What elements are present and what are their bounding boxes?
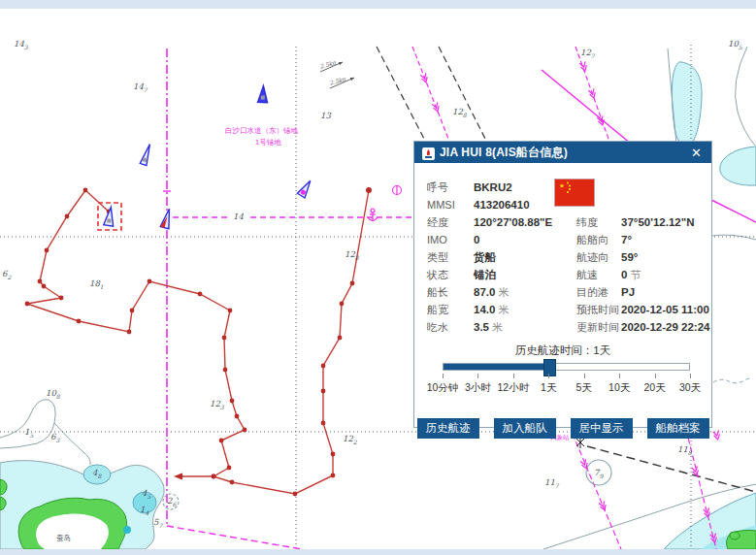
field-label: 状态 bbox=[427, 268, 474, 282]
track-point[interactable] bbox=[222, 336, 227, 341]
chart-dashed-line bbox=[439, 47, 485, 139]
field-label: 目的港 bbox=[576, 285, 621, 300]
ship-triangle[interactable] bbox=[140, 143, 152, 165]
depth-contour bbox=[713, 378, 752, 383]
track-point[interactable] bbox=[230, 480, 235, 485]
depth-sounding: 79 bbox=[594, 468, 604, 479]
chart-dashed-line bbox=[377, 47, 424, 139]
field-value: PJ bbox=[621, 286, 709, 298]
history-track-button[interactable]: 历史航迹 bbox=[417, 418, 479, 439]
depth-sounding: 57 bbox=[153, 517, 163, 529]
track-point[interactable] bbox=[148, 279, 152, 284]
field-label: IMO bbox=[427, 234, 474, 245]
track-point[interactable] bbox=[38, 279, 43, 284]
ais-ship-icon[interactable] bbox=[104, 207, 116, 226]
ship-archive-button[interactable]: 船舶档案 bbox=[647, 418, 709, 439]
depth-sounding: 118 bbox=[677, 444, 693, 456]
field-label: 航迹向 bbox=[576, 250, 621, 265]
depth-sounding: 181 bbox=[89, 278, 104, 290]
track-point[interactable] bbox=[350, 281, 355, 286]
slider-tick-label: 5天 bbox=[576, 381, 592, 395]
slider-tick-label: 10天 bbox=[608, 381, 630, 395]
track-point[interactable] bbox=[331, 473, 336, 478]
chart-dashed-line bbox=[587, 446, 756, 492]
ais-ship-icon[interactable] bbox=[297, 179, 313, 198]
field-value: 87.0米 bbox=[474, 285, 576, 300]
depth-pool bbox=[730, 532, 740, 539]
ship-triangle[interactable] bbox=[104, 207, 116, 226]
depth-sounding: 62 bbox=[2, 269, 12, 280]
ship-triangle[interactable] bbox=[297, 179, 313, 198]
current-speed-label: 2.5kn bbox=[318, 58, 336, 69]
track-point[interactable] bbox=[212, 474, 216, 479]
track-point[interactable] bbox=[293, 492, 298, 497]
join-fleet-button[interactable]: 加入船队 bbox=[494, 418, 556, 439]
field-value: 2020-12-29 22:24 bbox=[621, 321, 709, 333]
track-point[interactable] bbox=[25, 302, 30, 307]
depth-sounding: 14 bbox=[233, 212, 244, 221]
ais-ship-icon[interactable] bbox=[160, 208, 174, 229]
dialog-header[interactable]: JIA HUI 8(AIS船台信息) ✕ bbox=[414, 142, 711, 163]
track-point[interactable] bbox=[340, 302, 345, 307]
track-point[interactable] bbox=[83, 188, 88, 193]
close-icon[interactable]: ✕ bbox=[689, 147, 704, 159]
center-display-button[interactable]: 居中显示 bbox=[571, 418, 633, 439]
track-point[interactable] bbox=[227, 466, 232, 471]
fairway-line bbox=[575, 47, 608, 139]
slider-track[interactable] bbox=[443, 363, 690, 371]
track-point[interactable] bbox=[198, 292, 203, 297]
current-speed-label: 2.5kn bbox=[328, 75, 345, 85]
chart-text-label: 1号锚地 bbox=[255, 138, 281, 147]
track-point[interactable] bbox=[42, 284, 47, 289]
ship-track-line[interactable] bbox=[214, 190, 369, 494]
dialog-title: JIA HUI 8(AIS船台信息) bbox=[440, 145, 689, 161]
track-point[interactable] bbox=[130, 309, 135, 313]
depth-pool bbox=[123, 526, 131, 534]
ais-ship-icon[interactable] bbox=[140, 143, 152, 165]
track-point[interactable] bbox=[321, 389, 326, 394]
slider-tick-label: 10分钟 bbox=[427, 381, 459, 395]
ais-ship-icon[interactable] bbox=[258, 85, 269, 103]
track-point[interactable] bbox=[331, 452, 336, 457]
track-point[interactable] bbox=[127, 330, 132, 335]
track-start-point[interactable] bbox=[366, 187, 372, 193]
fairway-line bbox=[542, 70, 631, 144]
chart-text-label: 白沙口水道（东）锚地 bbox=[225, 126, 299, 135]
ship-triangle[interactable] bbox=[258, 85, 269, 103]
leading-line-arrow bbox=[713, 430, 721, 440]
depth-contour bbox=[54, 423, 90, 465]
field-label: 船宽 bbox=[427, 303, 474, 317]
track-point[interactable] bbox=[243, 428, 247, 433]
track-point[interactable] bbox=[219, 439, 224, 443]
slider-handle[interactable] bbox=[543, 359, 556, 376]
field-label: 更新时间 bbox=[576, 320, 621, 335]
depth-sounding: 123 bbox=[210, 399, 225, 410]
track-point[interactable] bbox=[65, 214, 70, 219]
china-flag-image bbox=[554, 179, 595, 207]
slider-tickmark bbox=[513, 374, 514, 378]
chart-text-label: 蚕岛 bbox=[56, 534, 71, 542]
track-point[interactable] bbox=[45, 248, 49, 253]
slider-tick-label: 1天 bbox=[541, 381, 556, 395]
track-point[interactable] bbox=[321, 364, 326, 369]
history-duration-slider[interactable]: 10分钟3小时12小时1天5天10天20天30天 bbox=[443, 360, 690, 405]
track-point[interactable] bbox=[223, 368, 228, 373]
depth-sounding: 127 bbox=[580, 48, 596, 59]
ship-track-line[interactable] bbox=[27, 190, 245, 476]
slider-tick-label: 20天 bbox=[643, 381, 665, 395]
track-point[interactable] bbox=[230, 399, 235, 404]
slider-tick-label: 3小时 bbox=[465, 381, 491, 395]
track-point[interactable] bbox=[235, 414, 240, 419]
ship-center-mark bbox=[107, 218, 112, 223]
track-point[interactable] bbox=[228, 309, 233, 313]
track-point[interactable] bbox=[59, 296, 64, 301]
depth-sounding: 105 bbox=[728, 39, 743, 50]
track-point[interactable] bbox=[338, 336, 343, 341]
slider-tickmark bbox=[690, 374, 691, 378]
slider-tickmark bbox=[619, 374, 620, 378]
field-value: 2020-12-05 11:00 bbox=[621, 304, 709, 315]
track-point[interactable] bbox=[77, 319, 82, 324]
slider-fill bbox=[444, 364, 549, 370]
field-value: 货船 bbox=[474, 250, 576, 265]
track-point[interactable] bbox=[321, 421, 326, 426]
